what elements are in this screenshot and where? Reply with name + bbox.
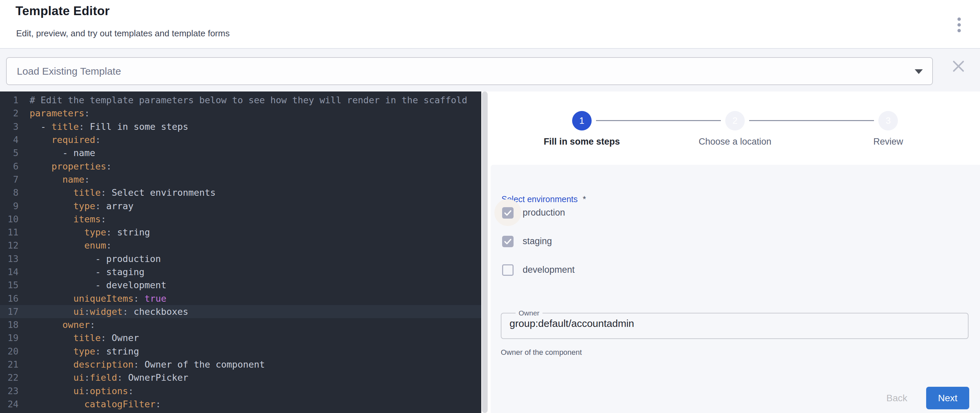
line-content: - staging — [30, 267, 145, 277]
line-content: owner: — [30, 319, 95, 330]
owner-field[interactable]: Owner group:default/accountadmin — [501, 309, 969, 339]
checkbox-label: development — [523, 265, 575, 275]
owner-field-value[interactable]: group:default/accountadmin — [509, 318, 968, 329]
line-content: - name — [30, 148, 95, 158]
template-code-editor[interactable]: 1# Edit the template parameters below to… — [0, 92, 481, 413]
checkmark-icon — [503, 237, 512, 246]
line-content: required: — [30, 135, 100, 145]
code-line[interactable]: 4 required: — [0, 133, 481, 146]
load-template-bar: Load Existing Template — [0, 48, 980, 92]
code-line[interactable]: 2parameters: — [0, 106, 481, 120]
load-template-select[interactable]: Load Existing Template — [6, 57, 933, 85]
line-content: ui:options: — [30, 386, 134, 396]
line-number: 16 — [0, 293, 19, 304]
line-number: 1 — [0, 95, 19, 105]
page-subtitle: Edit, preview, and try out templates and… — [16, 28, 229, 39]
line-content: type: array — [30, 201, 134, 211]
line-number: 14 — [0, 267, 19, 277]
checkbox-row[interactable]: development — [491, 256, 980, 284]
line-content: enum: — [30, 240, 112, 251]
code-line[interactable]: 15 - development — [0, 278, 481, 292]
line-content: name: — [30, 174, 90, 185]
code-line[interactable]: 14 - staging — [0, 265, 481, 278]
checkbox[interactable] — [502, 264, 514, 276]
code-line[interactable]: 18 owner: — [0, 318, 481, 331]
checkbox-row[interactable]: staging — [491, 227, 980, 256]
code-line[interactable]: 5 - name — [0, 146, 481, 159]
code-line[interactable]: 17 ui:widget: checkboxes — [0, 305, 481, 318]
stepper: 1 Fill in some steps 2 Choose a location… — [505, 111, 965, 148]
stepper-step: 3 Review — [812, 111, 965, 147]
line-content: type: string — [30, 227, 150, 237]
code-line[interactable]: 16 uniqueItems: true — [0, 292, 481, 305]
line-content: - title: Fill in some steps — [30, 121, 188, 132]
code-line[interactable]: 22 ui:field: OwnerPicker — [0, 371, 481, 384]
line-number: 12 — [0, 240, 19, 251]
code-line[interactable]: 23 ui:options: — [0, 384, 481, 397]
line-content: properties: — [30, 161, 112, 172]
stepper-step: 2 Choose a location — [658, 111, 811, 147]
line-content: ui:widget: checkboxes — [30, 307, 188, 317]
checkbox-row[interactable]: production — [491, 199, 980, 227]
line-content: - production — [30, 254, 161, 264]
line-number: 3 — [0, 121, 19, 132]
line-content: catalogFilter: — [30, 399, 161, 409]
line-content: items: — [30, 214, 107, 224]
code-line[interactable]: 1# Edit the template parameters below to… — [0, 94, 481, 106]
code-line[interactable]: 19 title: Owner — [0, 331, 481, 345]
line-number: 15 — [0, 280, 19, 290]
line-content: parameters: — [30, 108, 90, 118]
more-options-button[interactable] — [955, 17, 963, 32]
line-number: 4 — [0, 135, 19, 145]
line-number: 2 — [0, 108, 19, 118]
more-vert-icon — [958, 29, 961, 32]
code-line[interactable]: 21 description: Owner of the component — [0, 358, 481, 371]
code-line[interactable]: 10 items: — [0, 213, 481, 226]
more-vert-icon — [958, 23, 961, 27]
environment-checkbox-group: production staging development — [491, 199, 980, 284]
code-line[interactable]: 12 enum: — [0, 239, 481, 252]
close-icon — [954, 62, 963, 71]
step-label: Review — [812, 137, 965, 147]
code-line[interactable]: 9 type: array — [0, 199, 481, 212]
line-number: 23 — [0, 386, 19, 396]
line-number: 5 — [0, 148, 19, 158]
close-button[interactable] — [952, 60, 965, 73]
line-content: title: Select environments — [30, 187, 216, 198]
more-vert-icon — [958, 17, 961, 21]
code-line[interactable]: 24 catalogFilter: — [0, 397, 481, 411]
code-line[interactable]: 6 properties: — [0, 159, 481, 173]
stepper-step: 1 Fill in some steps — [505, 111, 658, 147]
checkbox[interactable] — [502, 207, 514, 219]
line-content: # Edit the template parameters below to … — [30, 95, 467, 105]
line-content: type: string — [30, 346, 139, 356]
caret-down-icon — [915, 69, 923, 74]
line-number: 19 — [0, 333, 19, 343]
page-header: Template Editor Edit, preview, and try o… — [0, 0, 980, 48]
code-line[interactable]: 3 - title: Fill in some steps — [0, 120, 481, 133]
code-line[interactable]: 8 title: Select environments — [0, 186, 481, 199]
back-button[interactable]: Back — [880, 389, 913, 407]
template-preview-panel: 1 Fill in some steps 2 Choose a location… — [490, 92, 980, 413]
line-number: 8 — [0, 187, 19, 198]
editor-scrollbar[interactable] — [482, 92, 488, 413]
checkbox[interactable] — [502, 236, 514, 247]
code-line[interactable]: 7 name: — [0, 173, 481, 186]
code-line[interactable]: 20 type: string — [0, 345, 481, 358]
form-actions: Back Next — [880, 387, 969, 409]
line-number: 9 — [0, 201, 19, 211]
line-content: uniqueItems: true — [30, 293, 166, 304]
line-content: - development — [30, 280, 166, 290]
line-number: 6 — [0, 161, 19, 172]
owner-field-label: Owner — [515, 309, 542, 317]
line-number: 17 — [0, 307, 19, 317]
line-content: title: Owner — [30, 333, 139, 343]
line-number: 10 — [0, 214, 19, 224]
step-number-badge: 2 — [725, 111, 745, 130]
code-line[interactable]: 11 type: string — [0, 226, 481, 239]
next-button[interactable]: Next — [926, 387, 969, 409]
line-number: 20 — [0, 346, 19, 356]
code-line[interactable]: 13 - production — [0, 252, 481, 265]
line-number: 21 — [0, 359, 19, 370]
checkbox-label: staging — [523, 236, 552, 246]
